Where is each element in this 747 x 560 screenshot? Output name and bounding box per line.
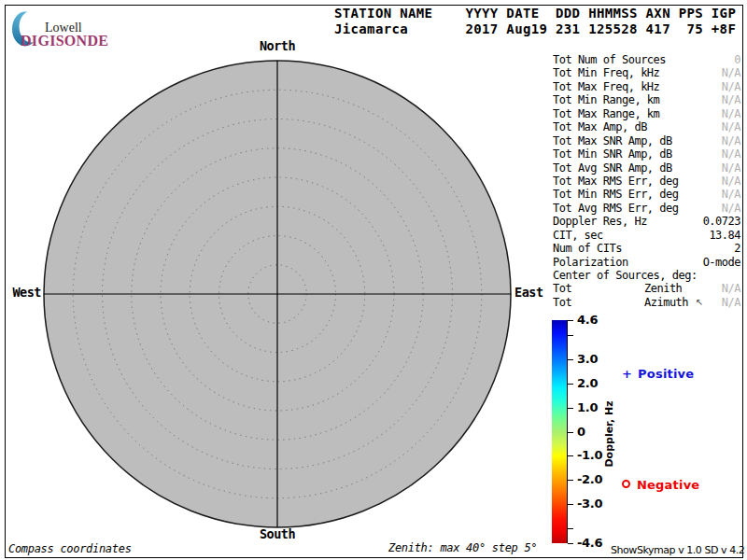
colorbar-tick-label: 3.0 [577,352,598,367]
stats-value: N/A [722,93,740,107]
logo-digisonde-text: DIGISONDE [21,33,108,49]
colorbar-tick [568,384,573,385]
stats-row: Tot Max Range, kmN/A [553,107,740,120]
stats-label: Tot Avg RMS Err, deg [553,202,679,215]
stats-label: Tot Min Freq, kHz [553,66,659,79]
stats-value: N/A [722,120,740,134]
stats-row: Tot Avg RMS Err, degN/A [553,202,740,215]
header-station-values: Jicamarca 2017 Aug19 231 125528 417 75 +… [334,21,736,37]
header-column-titles: STATION NAME YYYY DATE DDD HHMMSS AXN PP… [334,6,736,21]
stats-row: TotZenithN/A [553,282,740,295]
stats-value: N/A [722,282,740,296]
stats-row: Tot Max Freq, kHzN/A [553,80,740,93]
stats-row: Tot Max RMS Err, degN/A [553,175,740,188]
stats-label: Tot Avg SNR Amp, dB [553,161,672,175]
stats-row: Tot Min RMS Err, degN/A [553,188,740,201]
stats-value: O-mode [703,256,740,270]
stats-label: Tot Num of Sources [553,53,666,66]
stats-label: Center of Sources, deg: [553,269,698,282]
zenith-range-label: Zenith: max 40° step 5° [388,541,537,554]
stats-value: 0 [734,53,740,67]
stats-value: N/A [722,147,740,161]
colorbar-axis-label: Doppler, Hz [603,400,615,467]
stats-value: N/A [722,161,740,175]
colorbar-tick [568,543,573,544]
legend-positive: +Positive [622,367,694,381]
colorbar-tick [568,408,573,409]
stats-row: Tot Min SNR Amp, dBN/A [553,147,740,161]
colorbar-tick-label: 1.0 [577,400,598,415]
colorbar-tick-label: 0 [577,425,585,440]
colorbar-tick-label: -1.0 [577,448,602,463]
lowell-digisonde-logo: Lowell DIGISONDE [11,11,133,50]
colorbar-tick-label: -4.6 [577,536,602,551]
coordinates-mode-label: Compass coordinates [8,542,132,555]
stats-row: Tot Max Amp, dBN/A [553,120,740,133]
colorbar-tick [568,528,573,529]
colorbar-tick [568,504,573,505]
colorbar-tick [568,455,573,456]
stats-panel: Tot Num of Sources0Tot Min Freq, kHzN/AT… [553,53,740,309]
colorbar-tick [568,480,573,481]
stats-value: N/A [722,80,740,94]
stats-label: Tot Min RMS Err, deg [553,188,679,201]
stats-row: Tot Num of Sources0 [553,53,740,66]
stats-label: Num of CITs [553,242,622,255]
stats-value: N/A [722,134,740,148]
stats-row: CIT, sec13.84 [553,229,740,242]
stats-row: Tot Min Range, kmN/A [553,93,740,106]
colorbar-tick-label: 4.6 [577,313,598,328]
software-version-label: ShowSkymap v 1.0 SD v 4.2 [611,544,744,556]
colorbar-tick-label: -2.0 [577,472,602,487]
stats-row: Center of Sources, deg: [553,269,740,282]
stats-label: Tot [553,296,571,309]
colorbar-tick [568,335,573,336]
stats-label: Tot Max RMS Err, deg [553,175,679,188]
stats-label: Tot Max Freq, kHz [553,80,659,93]
stats-label: Tot Min Range, km [553,93,659,106]
stats-value: N/A [722,296,740,310]
stats-value: N/A [722,188,740,202]
stats-label: Tot [553,282,571,295]
stats-value: 13.84 [709,229,740,243]
mouse-cursor-icon: ↖ [696,296,703,310]
stats-value: 0.0723 [703,215,740,229]
circle-marker-icon [622,480,630,488]
stats-row: PolarizationO-mode [553,256,740,269]
colorbar-tick-label: 2.0 [577,376,598,391]
stats-label: CIT, sec [553,229,603,242]
stats-value: N/A [722,66,740,80]
stats-label: Doppler Res, Hz [553,215,647,228]
stats-value: 2 [734,242,740,256]
stats-value: N/A [722,202,740,216]
legend-negative: Negative [622,478,699,492]
plus-marker-icon: + [622,367,632,381]
colorbar-tick-label: -3.0 [577,497,602,511]
stats-sublabel: Azimuth [644,296,688,310]
stats-row: Num of CITs2 [553,242,740,255]
compass-south-label: South [240,526,315,541]
stats-row: TotAzimuth↖N/A [553,296,740,309]
compass-north-label: North [240,38,315,53]
compass-west-label: West [2,285,41,300]
stats-row: Tot Min Freq, kHzN/A [553,66,740,79]
colorbar-tick [568,359,573,360]
stats-sublabel: Zenith [644,282,682,296]
stats-label: Polarization [553,256,628,269]
stats-label: Tot Max Amp, dB [553,120,647,133]
legend-negative-label: Negative [637,478,699,492]
colorbar-gradient [552,320,568,543]
stats-row: Doppler Res, Hz0.0723 [553,215,740,228]
colorbar-tick [568,432,573,433]
stats-value: N/A [722,107,740,121]
stats-row: Tot Avg SNR Amp, dBN/A [553,161,740,175]
stats-label: Tot Max SNR Amp, dB [553,134,672,147]
stats-row: Tot Max SNR Amp, dBN/A [553,134,740,147]
stats-label: Tot Max Range, km [553,107,659,120]
colorbar-tick [568,320,573,321]
stats-label: Tot Min SNR Amp, dB [553,147,672,161]
legend-positive-label: Positive [638,367,694,381]
stats-value: N/A [722,175,740,189]
colorbar: 4.63.02.01.00-1.0-2.0-3.0-4.6 [552,320,747,543]
